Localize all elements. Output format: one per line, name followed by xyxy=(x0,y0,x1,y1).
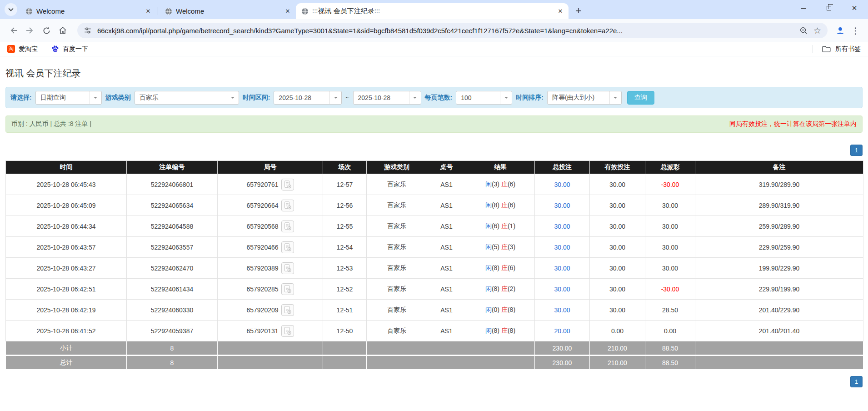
tab-close-icon[interactable]: ✕ xyxy=(556,7,565,16)
tab-title: :::视讯 会员下注纪录::: xyxy=(312,7,552,15)
search-button[interactable]: 查询 xyxy=(627,91,654,105)
video-record-icon[interactable] xyxy=(281,325,294,337)
globe-icon xyxy=(165,8,172,15)
cell-table-no: AS1 xyxy=(427,321,466,341)
cell-total-bet[interactable]: 20.00 xyxy=(535,321,590,341)
bookmark-baidu[interactable]: du 百度一下 xyxy=(51,45,88,53)
cell-bet-no: 522924060330 xyxy=(127,300,218,321)
table-header-row: 时间注单编号局号场次游戏类别桌号结果总投注有效投注总派彩备注 xyxy=(6,161,863,174)
tab-close-icon[interactable]: ✕ xyxy=(144,7,153,16)
cell-game-type: 百家乐 xyxy=(367,216,427,237)
tab-bet-records-active[interactable]: :::视讯 会员下注纪录::: ✕ xyxy=(296,3,569,19)
sort-select[interactable]: 降幂(由大到小) xyxy=(547,91,622,105)
bookmark-label: 百度一下 xyxy=(63,45,88,53)
new-tab-button[interactable]: + xyxy=(572,5,585,17)
cell-remark: 201.40/201.40 xyxy=(695,321,863,341)
cell-bet-no: 522924061434 xyxy=(127,279,218,300)
cell-remark: 201.40/229.90 xyxy=(695,300,863,321)
tab-search-button[interactable] xyxy=(5,3,17,16)
cell-time: 2025-10-28 06:42:19 xyxy=(6,300,127,321)
chevron-down-icon[interactable] xyxy=(329,91,341,104)
cell-time: 2025-10-28 06:42:51 xyxy=(6,279,127,300)
cell-payout: -30.00 xyxy=(645,174,695,195)
zoom-out-icon[interactable] xyxy=(799,26,808,35)
browser-menu-icon[interactable]: ⋮ xyxy=(848,25,863,36)
cell-round-no: 657920568 xyxy=(218,216,323,237)
total-bet-link[interactable]: 30.00 xyxy=(554,265,570,272)
game-type-label: 游戏类别 xyxy=(105,94,131,102)
forward-button[interactable] xyxy=(22,22,38,39)
cell-bet-no: 522924064588 xyxy=(127,216,218,237)
cell-total-bet[interactable]: 30.00 xyxy=(535,258,590,279)
site-settings-icon[interactable] xyxy=(84,26,92,35)
video-record-icon[interactable] xyxy=(281,283,294,295)
back-button[interactable] xyxy=(5,22,22,39)
cell-total-bet[interactable]: 30.00 xyxy=(535,279,590,300)
home-button[interactable] xyxy=(55,22,71,39)
chevron-down-icon[interactable] xyxy=(227,91,239,104)
tab-title: Welcome xyxy=(176,7,279,15)
restore-button[interactable] xyxy=(824,4,833,13)
chevron-down-icon[interactable] xyxy=(500,91,512,104)
subtotal-row-cell-4 xyxy=(367,341,427,356)
table-row: 2025-10-28 06:42:51522924061434657920285… xyxy=(6,279,863,300)
total-bet-link[interactable]: 30.00 xyxy=(554,223,570,230)
cell-round-no: 657920466 xyxy=(218,237,323,258)
per-page-select[interactable]: 100 xyxy=(456,91,512,105)
date-to-input[interactable]: 2025-10-28 xyxy=(353,91,421,105)
back-icon xyxy=(9,26,18,35)
close-window-button[interactable]: ✕ xyxy=(850,4,859,13)
total-bet-link[interactable]: 30.00 xyxy=(554,244,570,251)
game-type-select[interactable]: 百家乐 xyxy=(135,91,239,105)
cell-total-bet[interactable]: 30.00 xyxy=(535,216,590,237)
page-button-1[interactable]: 1 xyxy=(850,376,863,387)
tab-welcome-2[interactable]: Welcome ✕ xyxy=(160,3,296,19)
cell-payout: 30.00 xyxy=(645,237,695,258)
cell-table-no: AS1 xyxy=(427,279,466,300)
cell-result: 闲(8) 庄(6) xyxy=(466,258,535,279)
chevron-down-icon[interactable] xyxy=(609,91,621,104)
result-player: 闲(0) xyxy=(485,306,499,313)
date-from-input[interactable]: 2025-10-28 xyxy=(274,91,342,105)
chevron-down-icon[interactable] xyxy=(90,91,101,104)
total-bet-link[interactable]: 30.00 xyxy=(554,286,570,293)
browser-toolbar: 66cxkj98.com/ipl/portal.php/game/betreco… xyxy=(0,19,868,42)
video-record-icon[interactable] xyxy=(281,262,294,274)
bookmark-star-icon[interactable]: ☆ xyxy=(813,26,821,35)
tab-welcome-1[interactable]: Welcome ✕ xyxy=(20,3,156,19)
chevron-down-icon[interactable] xyxy=(409,91,421,104)
all-bookmarks[interactable]: 所有书签 xyxy=(813,45,861,53)
bookmark-taobao[interactable]: 淘 爱淘宝 xyxy=(7,45,38,53)
cell-total-bet[interactable]: 30.00 xyxy=(535,195,590,216)
cell-round-no: 657920285 xyxy=(218,279,323,300)
video-record-icon[interactable] xyxy=(281,200,294,211)
video-record-icon[interactable] xyxy=(281,241,294,253)
video-record-icon[interactable] xyxy=(281,221,294,232)
cell-total-bet[interactable]: 30.00 xyxy=(535,300,590,321)
round-number: 657920761 xyxy=(246,181,278,188)
tab-close-icon[interactable]: ✕ xyxy=(283,7,292,16)
bookmark-label: 爱淘宝 xyxy=(19,45,38,53)
minimize-button[interactable] xyxy=(799,4,808,13)
cell-total-bet[interactable]: 30.00 xyxy=(535,237,590,258)
total-row-cell-2 xyxy=(218,356,323,370)
cell-session: 12-57 xyxy=(323,174,367,195)
date-separator: ~ xyxy=(345,94,349,101)
total-bet-link[interactable]: 30.00 xyxy=(554,181,570,188)
video-record-icon[interactable] xyxy=(281,304,294,316)
filter-bar: 请选择: 日期查询 游戏类别 百家乐 时间区间: 2025-10-28 ~ 20… xyxy=(5,87,863,108)
page-button-1[interactable]: 1 xyxy=(850,145,863,156)
table-footer: 小计8230.00210.0088.50总计8230.00210.0088.50 xyxy=(6,341,863,370)
video-record-icon[interactable] xyxy=(281,179,294,190)
query-type-select[interactable]: 日期查询 xyxy=(35,91,102,105)
reload-button[interactable] xyxy=(38,22,55,39)
total-bet-link[interactable]: 30.00 xyxy=(554,306,570,314)
address-bar[interactable]: 66cxkj98.com/ipl/portal.php/game/betreco… xyxy=(77,23,828,38)
url-text[interactable]: 66cxkj98.com/ipl/portal.php/game/betreco… xyxy=(97,27,794,35)
cell-table-no: AS1 xyxy=(427,174,466,195)
total-bet-link[interactable]: 30.00 xyxy=(554,202,570,209)
globe-icon xyxy=(301,8,309,15)
cell-total-bet[interactable]: 30.00 xyxy=(535,174,590,195)
total-bet-link[interactable]: 20.00 xyxy=(554,327,570,335)
profile-avatar[interactable] xyxy=(832,22,848,39)
